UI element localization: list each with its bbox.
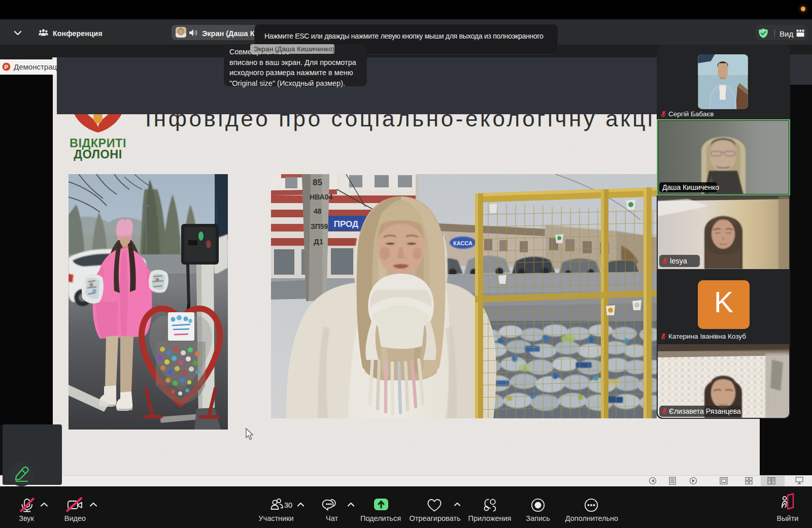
svg-text:30: 30 [284, 501, 292, 509]
svg-text:Участники: Участники [258, 514, 293, 522]
svg-text:Звук: Звук [19, 514, 34, 522]
svg-text:Выйти: Выйти [777, 514, 799, 522]
svg-text:Запись: Запись [526, 514, 550, 522]
svg-text:Отреагировать: Отреагировать [409, 514, 460, 522]
svg-text:P: P [5, 64, 8, 70]
svg-text:Поделиться: Поделиться [360, 514, 401, 522]
svg-text:ДОЛОНІ: ДОЛОНІ [74, 148, 122, 161]
svg-text:Приложения: Приложения [468, 514, 512, 522]
svg-text:Видео: Видео [64, 514, 86, 522]
svg-text:Чат: Чат [326, 514, 338, 522]
svg-text:Дополнительно: Дополнительно [565, 514, 618, 522]
